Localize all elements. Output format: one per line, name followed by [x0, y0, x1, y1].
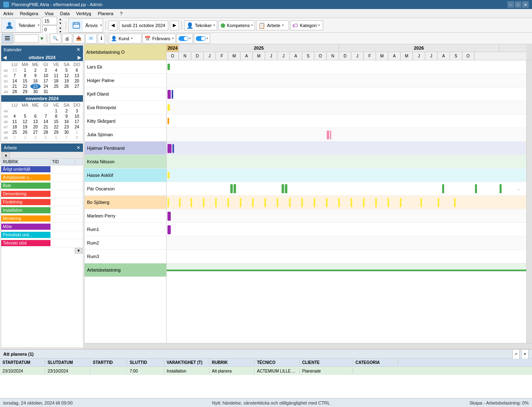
cal-day-nov[interactable]: 21: [41, 124, 51, 130]
cal-day[interactable]: 17: [41, 78, 51, 84]
gantt-data-row-hasse[interactable]: [167, 169, 526, 182]
gantt-data-row-marleen[interactable]: [167, 209, 526, 223]
cal-day-nov[interactable]: 24: [72, 124, 82, 130]
cal-day-nov[interactable]: 5: [20, 114, 30, 119]
cal-day-nov[interactable]: 2: [61, 108, 71, 114]
gantt-row-lars[interactable]: Lars Ek: [85, 60, 166, 74]
cal-day-nov[interactable]: 18: [9, 124, 20, 130]
view-type-arrow[interactable]: ▾: [100, 23, 102, 27]
menu-redigera[interactable]: Redigera: [16, 9, 41, 18]
cal-prev-button[interactable]: ◀: [3, 55, 7, 60]
cal-day[interactable]: 16: [30, 78, 41, 84]
cal-day[interactable]: 30: [30, 89, 41, 94]
cal-day[interactable]: 7: [9, 73, 20, 78]
gantt-vscrollbar[interactable]: [526, 60, 532, 343]
gantt-data-row-holger[interactable]: [167, 74, 526, 87]
spinner-down1[interactable]: ▼: [57, 21, 63, 25]
cal-day-nov[interactable]: 13: [30, 119, 41, 124]
gantt-data-row-bo[interactable]: [167, 196, 526, 209]
dropdown-franvaro[interactable]: 📅 Frånvaro ▾: [142, 34, 176, 43]
cal-day[interactable]: 25: [51, 84, 61, 89]
calendar-close-button[interactable]: ✕: [76, 47, 80, 53]
dropdown-kompetens[interactable]: ⬟ Kompetens ▾: [218, 21, 255, 30]
work-item-5[interactable]: Fördelning: [1, 198, 83, 206]
cal-day-nov[interactable]: 9: [61, 114, 71, 119]
hscroll-track[interactable]: [167, 343, 526, 349]
dropdown-tekniker[interactable]: 👤 Tekniker ▾: [184, 21, 217, 30]
cal-day-nov[interactable]: 29: [51, 130, 61, 135]
cal-day[interactable]: 14: [9, 78, 20, 84]
cal-day-nov[interactable]: 5: [41, 135, 51, 140]
cal-day[interactable]: 1: [20, 68, 30, 73]
toggle2-arrow[interactable]: ▾: [206, 37, 208, 40]
gantt-row-hjalmar[interactable]: Hjalmar Persbrand: [85, 142, 166, 155]
cal-day-nov[interactable]: 12: [20, 119, 30, 124]
menu-verktyg[interactable]: Verktyg: [73, 9, 95, 18]
cal-day[interactable]: 18: [51, 78, 61, 84]
gantt-row-holger[interactable]: Holger Palme: [85, 74, 166, 87]
spinner-up2[interactable]: ▲: [57, 25, 63, 30]
tekniker-dropdown-arrow[interactable]: ▾: [213, 23, 215, 27]
menu-visa[interactable]: Visa: [41, 9, 57, 18]
cal-day-nov[interactable]: 8: [51, 114, 61, 119]
gantt-data-row-lars[interactable]: [167, 60, 526, 74]
gantt-data-row-hjalmar[interactable]: [167, 142, 526, 155]
gantt-row-rum1[interactable]: Rum1: [85, 223, 166, 236]
cal-day-nov[interactable]: 23: [61, 124, 71, 130]
gantt-data-row-rum1[interactable]: [167, 223, 526, 236]
cal-day-nov[interactable]: 4: [30, 135, 41, 140]
close-button[interactable]: ✕: [522, 1, 529, 8]
dropdown-kund[interactable]: 👤 Kund ▾: [109, 34, 142, 43]
gantt-data-row-krista[interactable]: [167, 155, 526, 169]
gantt-row-bo[interactable]: Bo Sjöberg: [85, 196, 166, 209]
gantt-hscrollbar[interactable]: [85, 343, 532, 349]
gantt-data-row-eva[interactable]: [167, 101, 526, 114]
gantt-row-kjell[interactable]: Kjell Oland: [85, 87, 166, 101]
cal-day[interactable]: 3: [41, 68, 51, 73]
gantt-data-row-workload[interactable]: [167, 263, 526, 272]
work-item-1[interactable]: Årligt underhåll: [1, 165, 83, 174]
cal-day-nov[interactable]: 8: [72, 135, 82, 140]
cal-day[interactable]: 27: [72, 84, 82, 89]
cal-day[interactable]: 24: [41, 84, 51, 89]
cal-day[interactable]: 10: [41, 73, 51, 78]
work-item-9[interactable]: Periodiskt und...: [1, 231, 83, 239]
work-item-10[interactable]: Tekniskt stöd: [1, 239, 83, 247]
cal-day[interactable]: 15: [20, 78, 30, 84]
work-scroll-up[interactable]: ▲: [2, 152, 10, 158]
print-button[interactable]: 🖨: [62, 34, 72, 43]
email-button[interactable]: 📧: [85, 34, 97, 43]
dropdown-toggle2[interactable]: ▾: [194, 34, 210, 43]
cal-day-nov[interactable]: 16: [61, 119, 71, 124]
work-item-8[interactable]: Möte: [1, 223, 83, 231]
cal-day-nov[interactable]: 25: [9, 130, 20, 135]
franvaro-arrow[interactable]: ▾: [172, 37, 174, 40]
cal-day-nov[interactable]: 3: [72, 108, 82, 114]
search-input[interactable]: [14, 34, 39, 43]
cal-day[interactable]: 5: [61, 68, 71, 73]
spinner-up1[interactable]: ▲: [57, 17, 63, 21]
menu-data[interactable]: Data: [57, 9, 73, 18]
gantt-data-row-kitty[interactable]: [167, 114, 526, 128]
cal-day-nov[interactable]: 4: [9, 114, 20, 119]
spinner-input2[interactable]: [42, 25, 57, 34]
gantt-row-rum3[interactable]: Rum3: [85, 250, 166, 263]
minimize-button[interactable]: −: [507, 1, 514, 8]
cal-day-nov[interactable]: 3: [20, 135, 30, 140]
gantt-row-par[interactable]: Pär Oscarson: [85, 182, 166, 196]
toggle1-arrow[interactable]: ▾: [189, 37, 191, 40]
cal-day[interactable]: 12: [61, 73, 71, 78]
work-section-close[interactable]: ✕: [76, 145, 80, 151]
work-item-7[interactable]: Montering: [1, 215, 83, 223]
cal-day[interactable]: 13: [72, 73, 82, 78]
gantt-data-row-par[interactable]: ...: [167, 182, 526, 196]
menu-arkiv[interactable]: Arkiv: [0, 9, 16, 18]
cal-day[interactable]: 2: [30, 68, 41, 73]
cal-day[interactable]: 21: [9, 84, 20, 89]
gantt-row-eva[interactable]: Eva Rönnqvist: [85, 101, 166, 114]
cal-day-nov[interactable]: 28: [41, 130, 51, 135]
maximize-button[interactable]: □: [515, 1, 521, 8]
dropdown-toggle1[interactable]: ▾: [177, 34, 193, 43]
cal-day[interactable]: 29: [20, 89, 30, 94]
spinner-input1[interactable]: [42, 17, 57, 25]
